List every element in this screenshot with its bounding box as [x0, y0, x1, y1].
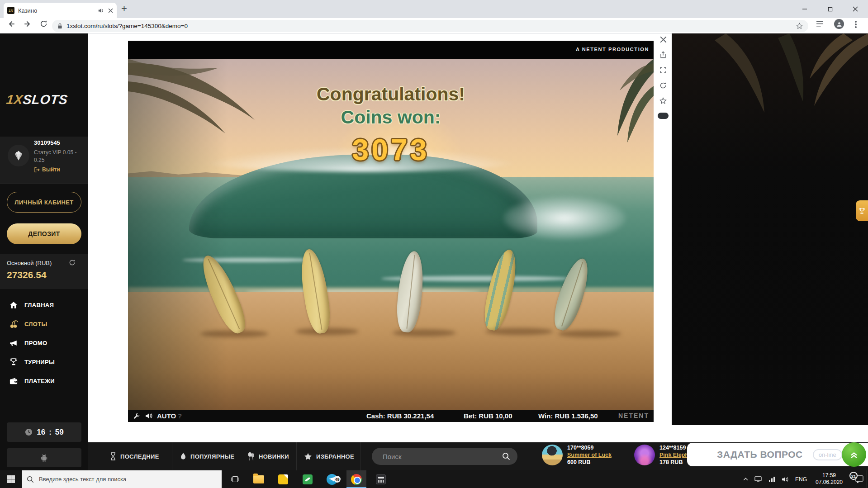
logo-gold-part: 1X — [5, 92, 24, 107]
games-search-input[interactable] — [382, 452, 498, 461]
profile-avatar-icon[interactable] — [834, 19, 844, 29]
speaker-icon — [782, 476, 789, 483]
window-maximize-button[interactable] — [817, 0, 843, 18]
account-button[interactable]: ЛИЧНЫЙ КАБИНЕТ — [7, 192, 81, 213]
deposit-button[interactable]: ДЕПОЗИТ — [7, 223, 81, 244]
search-icon — [27, 476, 34, 483]
sidebar-item-home[interactable]: ГЛАВНАЯ — [0, 295, 88, 314]
balance-value: 27326.54 — [7, 270, 47, 280]
tab-popular[interactable]: ПОПУЛЯРНЫЕ — [180, 442, 234, 470]
games-search[interactable] — [372, 448, 517, 465]
tab-new[interactable]: НОВИНКИ — [247, 442, 289, 470]
winner-amount: 600 RUB — [567, 459, 612, 466]
tournament-flyout-tab[interactable] — [856, 200, 868, 221]
auto-button[interactable]: AUTO — [157, 412, 176, 420]
taskbar-search-input[interactable] — [38, 475, 217, 483]
game-sound-icon[interactable] — [145, 412, 153, 419]
fullscreen-icon[interactable] — [659, 66, 667, 76]
show-desktop-strip[interactable] — [867, 470, 867, 488]
balance-label: Основной (RUB) — [7, 260, 52, 266]
reading-list-icon[interactable] — [816, 20, 824, 27]
tab-audio-icon[interactable] — [98, 8, 104, 14]
clock-date: 07.06.2020 — [811, 479, 848, 486]
green-app-button[interactable] — [298, 470, 318, 488]
site-logo[interactable]: 1XSLOTS — [5, 92, 68, 107]
board-shadow — [558, 330, 621, 337]
sidebar-item-slots[interactable]: СЛОТЫ — [0, 314, 88, 333]
notification-center-button[interactable]: 21 — [850, 470, 868, 488]
site-favicon: 1X — [7, 7, 14, 14]
star-icon — [304, 453, 312, 460]
tab-close-icon[interactable] — [108, 8, 113, 13]
game-settings-icon[interactable] — [133, 412, 140, 419]
logout-link[interactable]: Выйти — [34, 166, 60, 173]
theme-toggle[interactable] — [658, 113, 669, 119]
reload-game-icon[interactable] — [659, 82, 667, 91]
sidebar-item-label: ТУРНИРЫ — [24, 359, 55, 365]
refresh-balance-icon[interactable] — [69, 259, 76, 266]
language-indicator[interactable]: ENG — [792, 470, 810, 488]
chat-widget[interactable]: ЗАДАТЬ ВОПРОС on-line — [687, 443, 868, 466]
divider — [360, 442, 361, 470]
window-close-button[interactable] — [843, 0, 868, 18]
win-readout: Win: RUB 1.536,50 — [538, 412, 598, 420]
new-tab-button[interactable]: + — [121, 4, 127, 14]
user-status: Статус VIP 0.05 - 0.25 — [34, 149, 76, 164]
back-button[interactable] — [7, 20, 15, 28]
wave-crash — [503, 197, 626, 240]
netent-logo: NETENT — [618, 412, 649, 419]
chat-label: ЗАДАТЬ ВОПРОС — [717, 449, 803, 460]
divider — [240, 442, 240, 470]
tray-volume-button[interactable] — [779, 470, 792, 488]
tray-expand-button[interactable] — [739, 470, 752, 488]
sidebar-item-label: ПЛАТЕЖИ — [24, 378, 55, 384]
help-button[interactable]: ? — [178, 412, 182, 420]
winner-game-link[interactable]: Pink Eleph — [659, 451, 688, 459]
reload-button[interactable] — [40, 20, 47, 28]
tab-favorites[interactable]: ИЗБРАННОЕ — [304, 442, 354, 470]
backdrop-palms — [672, 33, 868, 151]
sidebar-item-tournaments[interactable]: ТУРНИРЫ — [0, 352, 88, 371]
file-explorer-button[interactable] — [249, 470, 269, 488]
chat-open-button[interactable] — [842, 442, 866, 467]
tray-network-button[interactable] — [765, 470, 778, 488]
share-icon[interactable] — [659, 51, 667, 60]
browser-menu-icon[interactable] — [855, 20, 857, 29]
user-avatar[interactable] — [8, 145, 29, 166]
taskbar-search[interactable] — [22, 470, 222, 488]
megaphone-icon — [9, 339, 18, 347]
calculator-button[interactable] — [371, 470, 391, 488]
favorite-star-icon[interactable] — [659, 97, 667, 106]
cash-readout: Cash: RUB 30.221,54 — [366, 412, 434, 420]
taskbar-clock[interactable]: 17:59 07.06.2020 — [811, 472, 848, 486]
tab-label: ПОСЛЕДНИЕ — [120, 453, 159, 460]
start-button[interactable] — [0, 470, 22, 488]
forward-button[interactable] — [24, 20, 32, 28]
timer-seconds: 59 — [55, 428, 64, 437]
tab-label: ПОПУЛЯРНЫЕ — [190, 453, 234, 460]
omnibox[interactable]: 1xslot.com/ru/slots/?game=145300&demo=0 — [52, 20, 808, 32]
sidebar-item-promo[interactable]: ПРОМО — [0, 333, 88, 352]
browser-tab[interactable]: 1X Казино — [4, 3, 117, 18]
tab-latest[interactable]: ПОСЛЕДНИЕ — [110, 442, 159, 470]
sidebar-item-payments[interactable]: ПЛАТЕЖИ — [0, 371, 88, 390]
bookmark-star-icon[interactable] — [796, 23, 803, 29]
yellow-app-button[interactable] — [273, 470, 293, 488]
task-view-button[interactable] — [225, 470, 245, 488]
winner-amount: 178 RUB — [659, 459, 688, 466]
divider — [296, 442, 297, 470]
game-widget-controls — [655, 36, 672, 119]
telegram-button[interactable]: 49 — [322, 470, 342, 488]
chrome-button[interactable] — [346, 470, 366, 488]
winner-item[interactable]: 170**8059 Summer of Luck 600 RUB — [542, 444, 612, 466]
network-icon — [768, 476, 775, 482]
close-icon[interactable] — [660, 36, 667, 45]
tray-display-button[interactable] — [752, 470, 764, 488]
screen: 1X Казино + 1xslot.com/ru — [0, 0, 868, 488]
winner-game-link[interactable]: Summer of Luck — [567, 451, 612, 459]
window-minimize-button[interactable] — [792, 0, 817, 18]
android-app-button[interactable] — [7, 448, 81, 467]
winner-item[interactable]: 124**8159 Pink Eleph 178 RUB — [634, 444, 688, 466]
bonus-timer[interactable]: 16 : 59 — [7, 422, 81, 442]
trophy-icon — [859, 208, 865, 214]
